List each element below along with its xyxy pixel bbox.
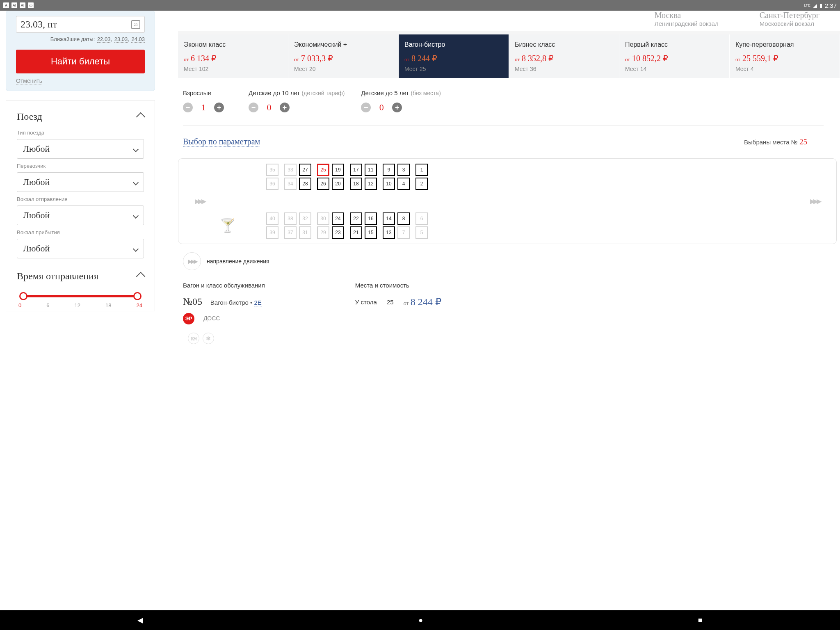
seat: 29: [317, 226, 329, 239]
nearest-date-link[interactable]: 24.03: [131, 36, 145, 43]
seat: 5: [415, 226, 428, 239]
class-title: Бизнес класс: [515, 41, 613, 48]
minus-icon[interactable]: −: [249, 103, 258, 112]
place-label: У стола: [355, 299, 377, 306]
seat[interactable]: 18: [350, 178, 362, 190]
class-tab[interactable]: Вагон-бистроот 8 244 ₽Мест 25: [399, 34, 509, 78]
app-icon: A: [3, 2, 9, 8]
slider-handle-start[interactable]: [19, 292, 27, 300]
nearest-date-link[interactable]: 22.03: [97, 36, 111, 43]
class-seats: Мест 4: [735, 66, 834, 72]
param-select-link[interactable]: Выбор по параметрам: [183, 137, 260, 147]
class-price: от 10 852,2 ₽: [625, 53, 724, 63]
class-tabs: Эконом классот 6 134 ₽Мест 102Экономичес…: [178, 34, 840, 78]
plus-icon[interactable]: +: [392, 103, 402, 112]
seat[interactable]: 8: [397, 212, 410, 225]
seat[interactable]: 14: [383, 212, 395, 225]
class-link[interactable]: 2Е: [254, 299, 262, 306]
seat[interactable]: 24: [332, 212, 344, 225]
main: Москва Ленинградский вокзал Санкт-Петерб…: [161, 11, 840, 344]
seat[interactable]: 9: [383, 164, 395, 176]
arrive-station-select[interactable]: Любой: [17, 239, 144, 258]
seat[interactable]: 20: [332, 178, 344, 190]
infants-stepper[interactable]: − 0 +: [361, 102, 441, 113]
class-tab[interactable]: Бизнес классот 8 352,8 ₽Мест 36: [509, 34, 619, 78]
chevron-down-icon: [133, 213, 139, 219]
seat[interactable]: 21: [350, 226, 362, 239]
car-number: №05: [183, 296, 202, 307]
class-tab[interactable]: Купе-переговорнаяот 25 559,1 ₽Мест 4: [730, 34, 840, 78]
signal-icon: ◢: [813, 2, 817, 9]
class-tab[interactable]: Эконом классот 6 134 ₽Мест 102: [178, 34, 288, 78]
train-type-select[interactable]: Любой: [17, 139, 144, 159]
seat[interactable]: 19: [332, 164, 344, 176]
class-title: Вагон-бистро: [404, 41, 503, 48]
price-from: от 8 244 ₽: [404, 296, 441, 308]
chevron-up-icon: [136, 112, 146, 121]
date-input[interactable]: 23.03, пт 23: [16, 16, 145, 33]
filter-train-header[interactable]: Поезд: [17, 111, 144, 122]
slider-handle-end[interactable]: [133, 292, 142, 300]
slider-ticks: 0 6 12 18 24: [17, 302, 144, 308]
class-tab[interactable]: Первый классот 10 852,2 ₽Мест 14: [619, 34, 730, 78]
nearest-date-link[interactable]: 23.03: [114, 36, 128, 43]
car-class: Вагон-бистро • 2Е: [210, 299, 262, 306]
app-icon: AI: [20, 2, 25, 8]
depart-station-select[interactable]: Любой: [17, 205, 144, 225]
seat[interactable]: 2: [415, 178, 428, 190]
carrier-select[interactable]: Любой: [17, 172, 144, 192]
seat[interactable]: 26: [317, 178, 329, 190]
seat[interactable]: 25: [317, 164, 329, 176]
filter-time-header[interactable]: Время отправления: [17, 271, 144, 282]
car-info-heading: Вагон и класс обслуживания: [183, 282, 265, 289]
minus-icon[interactable]: −: [183, 103, 193, 112]
carrier-label: Перевозчик: [17, 163, 144, 169]
adults-stepper[interactable]: − 1 +: [183, 102, 232, 113]
search-panel: 23.03, пт 23 Ближайшие даты: 22.03, 23.0…: [6, 11, 155, 91]
class-title: Первый класс: [625, 41, 724, 48]
class-title: Купе-переговорная: [735, 41, 834, 48]
from-station: Ленинградский вокзал: [655, 20, 719, 27]
seat[interactable]: 22: [350, 212, 362, 225]
seat[interactable]: 11: [365, 164, 377, 176]
seat[interactable]: 1: [415, 164, 428, 176]
direction-badge: ▶▶▶: [183, 252, 201, 270]
seat[interactable]: 27: [299, 164, 311, 176]
minus-icon[interactable]: −: [361, 103, 371, 112]
sidebar: 23.03, пт 23 Ближайшие даты: 22.03, 23.0…: [0, 11, 161, 344]
cancel-link[interactable]: Отменить: [16, 78, 42, 84]
seat: 31: [299, 226, 311, 239]
car-info: Вагон и класс обслуживания №05 Вагон-бис…: [178, 270, 840, 344]
route-header: Москва Ленинградский вокзал Санкт-Петерб…: [178, 11, 840, 34]
search-button[interactable]: Найти билеты: [16, 50, 145, 73]
seat[interactable]: 15: [365, 226, 377, 239]
train-type-label: Тип поезда: [17, 130, 144, 136]
seat: 35: [266, 164, 278, 176]
seat[interactable]: 23: [332, 226, 344, 239]
seat[interactable]: 4: [397, 178, 410, 190]
deck-bottom: 🍸 403938373231302924232221161514138765: [178, 208, 836, 244]
arrow-right-icon: ▶▶▶: [810, 197, 820, 205]
children-stepper[interactable]: − 0 +: [249, 102, 345, 113]
adults-label: Взрослые: [183, 89, 232, 96]
er-badge: ЭР: [183, 313, 194, 324]
food-icon: 🍽: [188, 333, 199, 344]
seat: 39: [266, 226, 278, 239]
chevron-down-icon: [133, 146, 139, 152]
seat[interactable]: 17: [350, 164, 362, 176]
cocktail-icon: 🍸: [219, 218, 236, 233]
plus-icon[interactable]: +: [214, 103, 224, 112]
time-slider[interactable]: [17, 290, 144, 302]
selected-seats: Выбраны места № 25: [744, 137, 807, 146]
seat: 38: [284, 212, 297, 225]
seat[interactable]: 3: [397, 164, 410, 176]
seat[interactable]: 28: [299, 178, 311, 190]
seat[interactable]: 13: [383, 226, 395, 239]
class-tab[interactable]: Экономический +от 7 033,3 ₽Мест 20: [288, 34, 399, 78]
seat[interactable]: 10: [383, 178, 395, 190]
sd-icon: ▭: [28, 2, 34, 8]
plus-icon[interactable]: +: [280, 103, 290, 112]
seat[interactable]: 12: [365, 178, 377, 190]
class-seats: Мест 102: [184, 66, 282, 72]
seat[interactable]: 16: [365, 212, 377, 225]
